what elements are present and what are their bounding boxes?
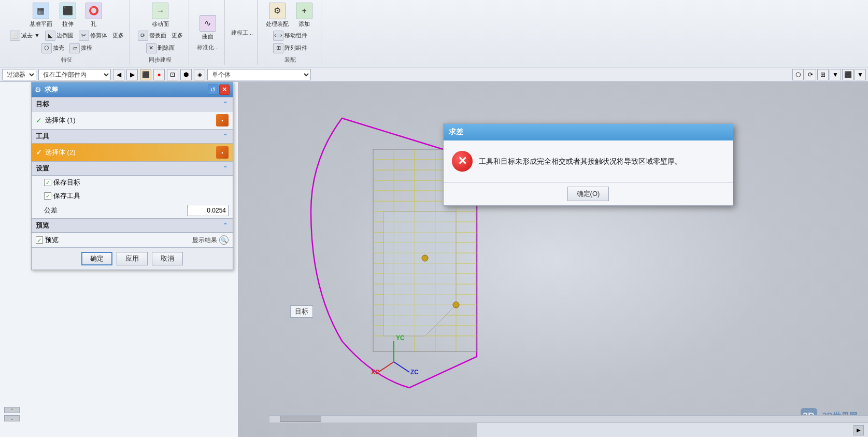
filter-icon-btn-2[interactable]: ● <box>153 69 165 80</box>
delete-face-label: 删除面 <box>158 44 175 52</box>
replace-face-icon: ⟳ <box>138 31 148 41</box>
subtract-icon: ⬜ <box>10 31 20 41</box>
scroll-h-thumb[interactable] <box>280 416 321 422</box>
filter-icon-btn-1[interactable]: ⬛ <box>140 69 151 80</box>
tolerance-row: 公差 <box>32 203 233 218</box>
panel-expand-btn[interactable]: ⌃ <box>4 407 20 413</box>
right-icon-4[interactable]: ▼ <box>830 69 841 80</box>
subtract-dialog-footer: 确定 应用 取消 <box>32 247 233 270</box>
viewport[interactable]: XC YC ZC 目标 求差 ✕ 工具和目标未形成完全相交或者其接触状况将导致区… <box>238 82 868 437</box>
more-btn-2[interactable]: 更多 <box>170 30 184 41</box>
toolbar-btn-datum-plane[interactable]: ▦ 基准平面 <box>27 2 54 29</box>
subtract-dialog: ⚙ 求差 ↺ ✕ 目标 ⌃ ✓ 选择体 (1) ▪ <box>31 82 233 270</box>
preview-collapse-icon[interactable]: ⌃ <box>222 221 229 230</box>
dialog-title-buttons: ↺ ✕ <box>208 84 230 95</box>
datum-plane-label: 基准平面 <box>30 20 52 28</box>
cancel-button[interactable]: 取消 <box>152 252 183 265</box>
process-assembly-btn[interactable]: ⚙ 处理装配 <box>264 2 291 29</box>
tolerance-input[interactable] <box>187 205 229 216</box>
surface-label: 曲面 <box>202 33 214 40</box>
tolerance-label: 公差 <box>44 206 65 215</box>
toolbar-group-sync: → 移动面 ⟳ 替换面 更多 ✕ 删除面 同步建模 <box>132 0 189 65</box>
single-body-select[interactable]: 单个体 <box>207 69 311 80</box>
preview-section-label: 预览 <box>36 221 49 230</box>
filter-icon-btn-5[interactable]: ◈ <box>194 69 205 80</box>
target-section-header: 目标 ⌃ <box>32 97 233 111</box>
dialog-title-left: ⚙ 求差 <box>35 85 58 94</box>
filter-select[interactable]: 过滤器 <box>2 69 36 80</box>
target-collapse-icon[interactable]: ⌃ <box>222 100 229 108</box>
subtract-dialog-titlebar: ⚙ 求差 ↺ ✕ <box>32 82 233 97</box>
right-icon-6[interactable]: ▼ <box>855 69 866 80</box>
toolbar-btn-extrude[interactable]: ⬛ 拉伸 <box>55 2 80 29</box>
shell-btn[interactable]: ⬡ 抽壳 <box>40 43 66 54</box>
move-component-btn[interactable]: ⟺ 移动组件 <box>272 30 309 41</box>
save-tool-label: 保存工具 <box>53 191 80 201</box>
more-label-1: 更多 <box>112 32 124 39</box>
toolbar-btn-hole[interactable]: ⭕ 孔 <box>81 2 106 29</box>
toolbar: ▦ 基准平面 ⬛ 拉伸 ⭕ 孔 ⬜ 减去 ▼ ◣ 边倒圆 ✂ 修 <box>0 0 868 67</box>
more-btn-1[interactable]: 更多 <box>111 30 125 41</box>
right-icon-2[interactable]: ⟳ <box>805 69 816 80</box>
move-face-btn[interactable]: → 移动面 <box>148 2 173 29</box>
apply-button[interactable]: 应用 <box>117 252 148 265</box>
toolbar-row-features-bot: ⬡ 抽壳 ▱ 拔模 <box>40 43 94 54</box>
model-point-1 <box>422 255 428 261</box>
tool-check-icon: ✓ <box>36 148 42 157</box>
svg-text:YC: YC <box>396 334 405 342</box>
show-result-button[interactable]: 显示结果 🔍 <box>192 235 229 245</box>
error-icon: ✕ <box>452 151 473 172</box>
filter-arrow-btn-1[interactable]: ◀ <box>113 69 124 80</box>
sync-row-mid: ⟳ 替换面 更多 <box>136 30 184 41</box>
target-item-label: 选择体 (1) <box>45 116 213 125</box>
tool-collapse-icon[interactable]: ⌃ <box>222 132 229 140</box>
settings-section-label: 设置 <box>36 164 49 173</box>
right-icon-3[interactable]: ⊞ <box>817 69 829 80</box>
save-target-row: ✓ 保存目标 <box>32 176 233 189</box>
add-btn[interactable]: + 添加 <box>292 2 317 29</box>
filter-icon-btn-4[interactable]: ⬢ <box>180 69 192 80</box>
coordinate-axes: XC YC ZC <box>371 334 419 376</box>
chamfer-icon: ◣ <box>45 31 55 41</box>
gear-icon: ⚙ <box>35 86 41 94</box>
error-ok-button[interactable]: 确定(O) <box>567 187 609 201</box>
subtract-small-btn[interactable]: ⬜ 减去 ▼ <box>8 30 41 41</box>
draft-btn[interactable]: ▱ 拔模 <box>68 43 94 54</box>
filter-bar: 过滤器 仅在工作部件内 ◀ ▶ ⬛ ● ⊡ ⬢ ◈ 单个体 ⬡ ⟳ ⊞ ▼ ⬛ … <box>0 67 868 82</box>
dialog-close-button[interactable]: ✕ <box>219 84 230 95</box>
model-interior <box>383 212 456 336</box>
panel-collapse-btn[interactable]: ⌄ <box>4 415 20 421</box>
extrude-icon: ⬛ <box>60 3 76 19</box>
target-solid-icon: ▪ <box>216 114 229 126</box>
error-dialog-title: 求差 <box>449 128 463 137</box>
target-check-icon: ✓ <box>36 116 42 124</box>
chamfer-btn[interactable]: ◣ 边倒圆 <box>44 30 75 41</box>
array-component-btn[interactable]: ⊞ 阵列组件 <box>272 43 309 54</box>
save-tool-checkbox[interactable]: ✓ <box>44 192 51 200</box>
assembly-row3: ⊞ 阵列组件 <box>272 43 309 54</box>
surface-btn[interactable]: ∿ 曲面 <box>195 14 220 41</box>
scroll-h-bar[interactable] <box>269 415 868 422</box>
standard-group-label: 标准化... <box>197 44 219 51</box>
trim-btn[interactable]: ✂ 修剪体 <box>77 30 109 41</box>
tool-row[interactable]: ✓ 选择体 (2) ▪ <box>32 144 233 161</box>
delete-face-btn[interactable]: ✕ 删除面 <box>145 43 176 54</box>
more-label-2: 更多 <box>172 32 183 39</box>
replace-face-btn[interactable]: ⟳ 替换面 <box>136 30 168 41</box>
filter-arrow-btn-2[interactable]: ▶ <box>126 69 138 80</box>
confirm-button[interactable]: 确定 <box>81 252 112 265</box>
right-icon-1[interactable]: ⬡ <box>792 69 804 80</box>
working-part-select[interactable]: 仅在工作部件内 <box>38 69 111 80</box>
right-icon-5[interactable]: ⬛ <box>842 69 853 80</box>
settings-collapse-icon[interactable]: ⌃ <box>222 164 229 173</box>
save-tool-checkbox-group: ✓ 保存工具 <box>44 191 80 201</box>
dialog-refresh-button[interactable]: ↺ <box>208 84 218 95</box>
modeling-group-label: 建模工... <box>231 29 253 37</box>
filter-icon-btn-3[interactable]: ⊡ <box>167 69 178 80</box>
tool-solid-symbol: ▪ <box>221 150 223 156</box>
save-target-checkbox[interactable]: ✓ <box>44 179 51 186</box>
shell-icon: ⬡ <box>41 43 52 53</box>
preview-checkbox[interactable]: ✓ <box>36 236 43 244</box>
scroll-right-btn[interactable]: ▶ <box>853 425 864 435</box>
trim-label: 修剪体 <box>90 32 107 39</box>
